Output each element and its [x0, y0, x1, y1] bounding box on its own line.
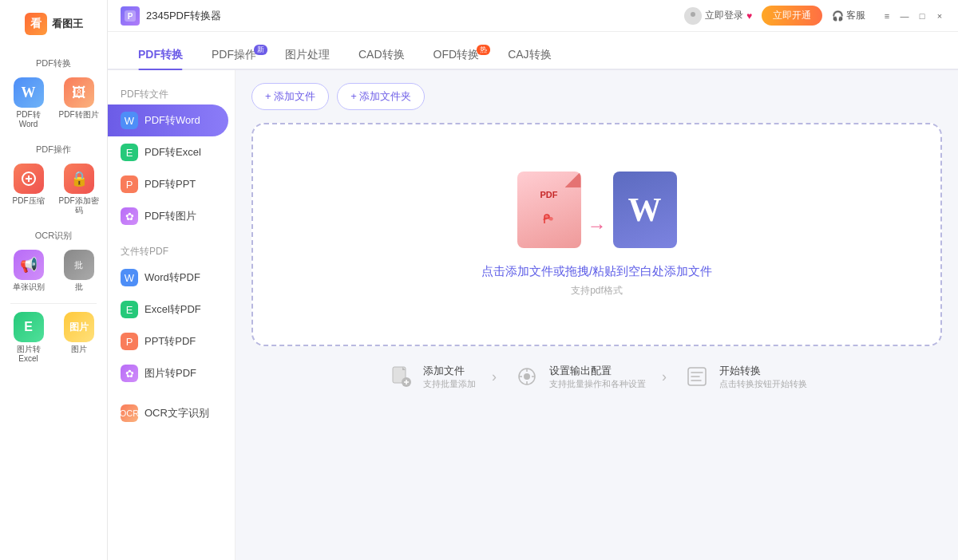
- tab-bar: PDF转换 PDF操作 新 图片处理 CAD转换 OFD转换 热 CAJ转换: [108, 32, 958, 70]
- sidebar-section-ocr: OCR识别: [0, 230, 107, 242]
- sidebar-section-pdf-ops: PDF操作: [0, 144, 107, 156]
- sidebar-item-img-excel[interactable]: E 图片转Excel: [5, 307, 52, 369]
- sidebar-grid-4: E 图片转Excel 图片 图片: [0, 307, 107, 369]
- menu-icon-word2: W: [121, 269, 138, 286]
- sidebar-item-pdf-lock-label: PDF添加密码: [58, 196, 99, 215]
- sidebar-item-batch[interactable]: 批 批: [55, 245, 102, 297]
- menu-item-word2pdf[interactable]: W Word转PDF: [108, 262, 235, 294]
- svg-text:P: P: [128, 12, 133, 21]
- sidebar-item-ocr-icon: 📢: [14, 250, 44, 280]
- step-start-title: 开始转换: [719, 364, 807, 378]
- maximize-button[interactable]: □: [916, 10, 928, 22]
- add-folder-button[interactable]: + 添加文件夹: [337, 83, 425, 110]
- add-file-button[interactable]: + 添加文件: [251, 83, 329, 110]
- tab-caj-convert[interactable]: CAJ转换: [493, 40, 565, 69]
- tab-img-process-label: 图片处理: [285, 48, 330, 61]
- close-button[interactable]: ×: [934, 10, 945, 22]
- login-avatar: [684, 7, 702, 25]
- sidebar-item-batch-label: 批: [75, 282, 83, 292]
- sidebar-item-img-excel-label: 图片转Excel: [8, 345, 49, 364]
- step-config-subtitle: 支持批量操作和各种设置: [549, 378, 646, 390]
- svg-point-3: [691, 12, 695, 17]
- menu-item-img2pdf-label: 图片转PDF: [144, 366, 196, 381]
- convert-arrow-icon: →: [588, 215, 607, 237]
- step-add-title: 添加文件: [423, 364, 476, 378]
- minimize-button[interactable]: —: [899, 10, 910, 22]
- sidebar-item-pdf-img[interactable]: 🖼 PDF转图片: [55, 73, 102, 134]
- app-logo: P 2345PDF转换器: [121, 6, 221, 26]
- sidebar-item-img2-icon: 图片: [64, 312, 94, 342]
- menu-item-pdf2word[interactable]: W PDF转Word: [108, 105, 228, 136]
- step-config-title: 设置输出配置: [549, 364, 646, 378]
- menu-item-word2pdf-label: Word转PDF: [144, 270, 200, 285]
- customer-button[interactable]: 🎧 客服: [832, 9, 865, 22]
- bottom-steps: 添加文件 支持批量添加 › 设置输出配置: [251, 346, 942, 399]
- drop-zone-main-text: 点击添加文件或拖拽/粘贴到空白处添加文件: [481, 264, 712, 279]
- window-controls: ≡ — □ ×: [881, 10, 945, 22]
- menu-item-ppt2pdf[interactable]: P PPT转PDF: [108, 325, 235, 357]
- step-arrow-2: ›: [662, 369, 667, 385]
- svg-point-7: [524, 373, 530, 380]
- menu-item-pdf2img-label: PDF转图片: [144, 209, 196, 223]
- sidebar-item-pdf-img-icon: 🖼: [64, 77, 94, 108]
- menu-item-pdf2img[interactable]: ✿ PDF转图片: [108, 200, 235, 232]
- tab-pdf-ops-badge: 新: [254, 45, 267, 55]
- login-text: 立即登录: [705, 9, 743, 22]
- sidebar-item-pdf-lock[interactable]: 🔒 PDF添加密码: [55, 159, 102, 220]
- title-bar: P 2345PDF转换器 立即登录 ♥ 立即开通 🎧 客服 ≡ — □: [108, 0, 958, 32]
- menu-item-pdf2ppt-label: PDF转PPT: [144, 177, 196, 191]
- sidebar-item-img2[interactable]: 图片 图片: [55, 307, 102, 369]
- menu-item-excel2pdf[interactable]: E Excel转PDF: [108, 294, 235, 325]
- app-title: 2345PDF转换器: [146, 9, 221, 23]
- tab-ofd-convert[interactable]: OFD转换 热: [419, 40, 494, 69]
- menu-section-label-1: PDF转文件: [108, 83, 235, 105]
- tab-ofd-label: OFD转换: [433, 48, 480, 61]
- sidebar-item-batch-icon: 批: [64, 250, 94, 280]
- menu-icon[interactable]: ≡: [881, 10, 893, 22]
- sidebar-item-ocr-single[interactable]: 📢 单张识别: [5, 245, 52, 297]
- open-button[interactable]: 立即开通: [762, 6, 822, 26]
- title-bar-right: 立即登录 ♥ 立即开通 🎧 客服 ≡ — □ ×: [684, 6, 945, 26]
- step-add-subtitle: 支持批量添加: [423, 378, 476, 390]
- tab-pdf-convert-label: PDF转换: [138, 48, 183, 61]
- tab-pdf-convert[interactable]: PDF转换: [124, 40, 197, 69]
- tab-pdf-ops[interactable]: PDF操作 新: [197, 40, 271, 69]
- heart-icon: ♥: [746, 10, 752, 22]
- sidebar-divider: [10, 303, 96, 304]
- menu-icon-img2: ✿: [121, 365, 138, 382]
- tab-caj-label: CAJ转换: [508, 48, 551, 61]
- drop-zone[interactable]: PDF →: [251, 123, 942, 346]
- step-add-file: 添加文件 支持批量添加: [386, 362, 476, 391]
- menu-item-ocr-label: OCR文字识别: [144, 406, 209, 420]
- menu-icon-img: ✿: [121, 207, 138, 225]
- step-add-file-icon: [386, 362, 415, 391]
- menu-item-ppt2pdf-label: PPT转PDF: [144, 334, 196, 349]
- headset-icon: 🎧: [832, 10, 844, 22]
- step-start-icon: [683, 362, 711, 391]
- tab-img-process[interactable]: 图片处理: [271, 40, 344, 69]
- menu-item-pdf2excel[interactable]: E PDF转Excel: [108, 136, 235, 168]
- menu-item-ocr[interactable]: OCR OCR文字识别: [108, 397, 235, 429]
- sidebar-item-pdf-compress-label: PDF压缩: [13, 196, 45, 206]
- menu-item-img2pdf[interactable]: ✿ 图片转PDF: [108, 357, 235, 389]
- sidebar-grid-3: 📢 单张识别 批 批: [0, 245, 107, 297]
- tab-cad-convert[interactable]: CAD转换: [344, 40, 419, 69]
- menu-item-pdf2ppt[interactable]: P PDF转PPT: [108, 168, 235, 200]
- content-area: PDF转文件 W PDF转Word E PDF转Excel P PDF转PPT …: [108, 70, 958, 560]
- step-arrow-1: ›: [492, 369, 497, 385]
- login-button[interactable]: 立即登录 ♥: [684, 7, 752, 25]
- sidebar-item-pdf-compress[interactable]: PDF压缩: [5, 159, 52, 220]
- menu-icon-ocr: OCR: [121, 404, 138, 422]
- sidebar-grid-2: PDF压缩 🔒 PDF添加密码: [0, 159, 107, 220]
- menu-section-label-2: 文件转PDF: [108, 240, 235, 262]
- drop-zone-sub-text: 支持pdf格式: [571, 284, 623, 298]
- menu-item-pdf2excel-label: PDF转Excel: [144, 145, 201, 160]
- sidebar-item-pdf-lock-icon: 🔒: [64, 164, 94, 194]
- sidebar-left: 看 看图王 PDF转换 W PDF转Word 🖼 PDF转图片 PDF操作 PD…: [0, 0, 108, 560]
- step-config: 设置输出配置 支持批量操作和各种设置: [513, 362, 646, 391]
- sidebar-logo-icon: 看: [25, 13, 47, 35]
- drop-illustration: PDF →: [517, 172, 677, 248]
- sidebar-item-pdf-word[interactable]: W PDF转Word: [5, 73, 52, 134]
- customer-label: 客服: [846, 9, 865, 22]
- step-start-subtitle: 点击转换按钮开始转换: [719, 378, 807, 390]
